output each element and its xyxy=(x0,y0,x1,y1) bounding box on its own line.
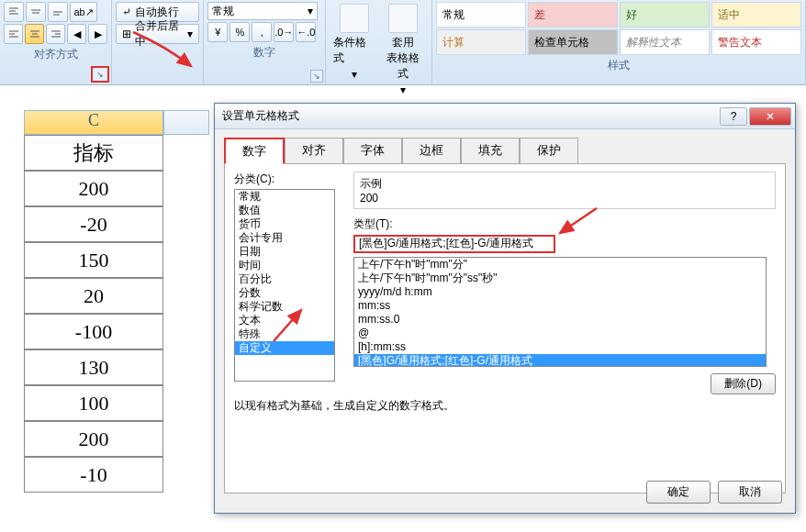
category-item[interactable]: 特殊 xyxy=(235,327,334,341)
type-list-item[interactable]: 上午/下午h"时"mm"分" xyxy=(354,258,766,272)
styles-group-label: 样式 xyxy=(436,55,801,76)
align-center[interactable] xyxy=(25,24,44,44)
style-good[interactable]: 好 xyxy=(620,2,710,28)
category-item[interactable]: 货币 xyxy=(235,217,334,231)
category-item[interactable]: 日期 xyxy=(235,245,334,259)
table-format-button[interactable]: 套用 表格格式▾ xyxy=(379,2,428,98)
category-item[interactable]: 分数 xyxy=(235,286,334,300)
tab-align[interactable]: 对齐 xyxy=(285,138,343,164)
format-buttons-group: 条件格式▾ 套用 表格格式▾ xyxy=(326,0,432,84)
orientation[interactable]: ab↗ xyxy=(70,2,97,22)
type-list-item[interactable]: [黑色]G/通用格式;[红色]-G/通用格式 xyxy=(354,354,766,367)
type-list[interactable]: 上午/下午h"时"mm"分"上午/下午h"时"mm"分"ss"秒"yyyy/m/… xyxy=(353,257,767,367)
style-check[interactable]: 检查单元格 xyxy=(528,29,618,55)
wrap-icon: ⤶ xyxy=(122,6,131,18)
comma-button[interactable]: , xyxy=(252,22,272,42)
dialog-tabs: 数字 对齐 字体 边框 填充 保护 xyxy=(215,129,795,163)
tab-font[interactable]: 字体 xyxy=(343,138,402,164)
help-button[interactable]: ? xyxy=(720,107,747,126)
align-right[interactable] xyxy=(46,24,65,44)
styles-group: 常规 差 好 适中 计算 检查单元格 解释性文本 警告文本 样式 xyxy=(432,0,806,84)
column-header-d[interactable] xyxy=(163,110,209,135)
category-item[interactable]: 数值 xyxy=(235,204,334,217)
style-explain[interactable]: 解释性文本 xyxy=(620,29,710,55)
cell-header[interactable]: 指标 xyxy=(24,135,163,171)
cell[interactable]: -20 xyxy=(24,206,163,242)
increase-decimal[interactable]: .0→ xyxy=(274,22,294,42)
category-item[interactable]: 自定义 xyxy=(235,341,334,355)
percent-button[interactable]: % xyxy=(229,22,250,42)
chevron-down-icon: ▾ xyxy=(352,68,357,81)
style-gallery[interactable]: 常规 差 好 适中 计算 检查单元格 解释性文本 警告文本 xyxy=(436,2,801,55)
cell[interactable]: 200 xyxy=(24,421,163,457)
cancel-button[interactable]: 取消 xyxy=(718,481,782,504)
close-button[interactable]: ✕ xyxy=(749,107,791,126)
cell[interactable]: 200 xyxy=(24,171,163,206)
conditional-format-button[interactable]: 条件格式▾ xyxy=(330,2,378,83)
style-normal[interactable]: 常规 xyxy=(436,2,526,28)
number-group: 常规▾ ¥ % , .0→ ←.0 数字 ↘ xyxy=(204,0,326,84)
tab-number[interactable]: 数字 xyxy=(224,138,285,164)
cell[interactable]: 130 xyxy=(24,349,163,385)
ok-button[interactable]: 确定 xyxy=(646,481,711,504)
cell[interactable]: 150 xyxy=(24,242,163,278)
chevron-down-icon: ▾ xyxy=(308,5,313,17)
cell[interactable]: -10 xyxy=(24,457,163,493)
category-item[interactable]: 常规 xyxy=(235,190,334,204)
align-dialog-launcher[interactable]: ↘ xyxy=(91,66,109,83)
type-list-item[interactable]: yyyy/m/d h:mm xyxy=(354,285,766,299)
align-bottom[interactable] xyxy=(48,2,68,22)
tab-border[interactable]: 边框 xyxy=(402,138,461,164)
type-list-item[interactable]: mm:ss xyxy=(354,299,766,313)
hint-text: 以现有格式为基础，生成自定义的数字格式。 xyxy=(234,398,454,414)
style-bad[interactable]: 差 xyxy=(528,2,618,28)
cell[interactable]: -100 xyxy=(24,314,163,349)
dialog-title: 设置单元格格式 xyxy=(222,108,299,124)
merge-center-button[interactable]: ⊞合并后居中▾ xyxy=(116,24,199,44)
category-list[interactable]: 常规数值货币会计专用日期时间百分比分数科学记数文本特殊自定义 xyxy=(234,189,335,382)
sample-label: 示例 xyxy=(360,176,769,192)
align-group: ab↗ ◀ ▶ 对齐方式 ↘ xyxy=(0,0,112,84)
number-format-combo[interactable]: 常规▾ xyxy=(207,2,318,20)
style-calc[interactable]: 计算 xyxy=(436,29,526,55)
delete-button[interactable]: 删除(D) xyxy=(711,373,776,394)
style-neutral[interactable]: 适中 xyxy=(711,2,801,28)
category-item[interactable]: 科学记数 xyxy=(235,300,334,314)
sample-value: 200 xyxy=(360,192,769,205)
category-item[interactable]: 会计专用 xyxy=(235,231,334,245)
type-list-item[interactable]: mm:ss.0 xyxy=(354,313,766,327)
type-list-item[interactable]: @ xyxy=(354,327,766,340)
wrap-merge-group: ⤶自动换行 ⊞合并后居中▾ xyxy=(112,0,204,84)
category-item[interactable]: 文本 xyxy=(235,314,334,327)
cell[interactable]: 20 xyxy=(24,278,163,314)
align-left[interactable] xyxy=(4,24,23,44)
category-item[interactable]: 百分比 xyxy=(235,272,334,286)
type-list-item[interactable]: [h]:mm:ss xyxy=(354,340,766,354)
category-item[interactable]: 时间 xyxy=(235,259,334,272)
decrease-decimal[interactable]: ←.0 xyxy=(296,22,316,42)
align-top[interactable] xyxy=(4,2,24,22)
currency-button[interactable]: ¥ xyxy=(207,22,228,42)
type-input[interactable] xyxy=(353,235,555,253)
number-dialog-launcher[interactable]: ↘ xyxy=(310,70,323,83)
cell[interactable]: 100 xyxy=(24,385,163,421)
align-middle[interactable] xyxy=(26,2,46,22)
type-label: 类型(T): xyxy=(353,216,776,232)
sample-box: 示例 200 xyxy=(353,172,776,209)
dialog-titlebar: 设置单元格格式 ? ✕ xyxy=(215,104,795,129)
style-warn[interactable]: 警告文本 xyxy=(711,29,801,55)
indent-decrease[interactable]: ◀ xyxy=(67,24,86,44)
merge-icon: ⊞ xyxy=(122,28,131,40)
cond-format-icon xyxy=(340,4,369,33)
ribbon: ab↗ ◀ ▶ 对齐方式 ↘ ⤶自动换行 ⊞合并后居中▾ 常规▾ ¥ % , .… xyxy=(0,0,806,85)
indent-increase[interactable]: ▶ xyxy=(88,24,107,44)
table-format-icon xyxy=(388,4,418,33)
column-header-c[interactable]: C xyxy=(24,110,163,135)
type-list-item[interactable]: 上午/下午h"时"mm"分"ss"秒" xyxy=(354,272,766,285)
number-group-label: 数字 xyxy=(207,42,321,63)
spreadsheet: C 指标 200 -20 150 20 -100 130 100 200 -10 xyxy=(0,110,209,493)
tab-panel-number: 分类(C): 常规数值货币会计专用日期时间百分比分数科学记数文本特殊自定义 示例… xyxy=(224,163,786,493)
chevron-down-icon: ▾ xyxy=(400,83,406,96)
tab-fill[interactable]: 填充 xyxy=(461,138,520,164)
tab-protect[interactable]: 保护 xyxy=(520,138,578,164)
